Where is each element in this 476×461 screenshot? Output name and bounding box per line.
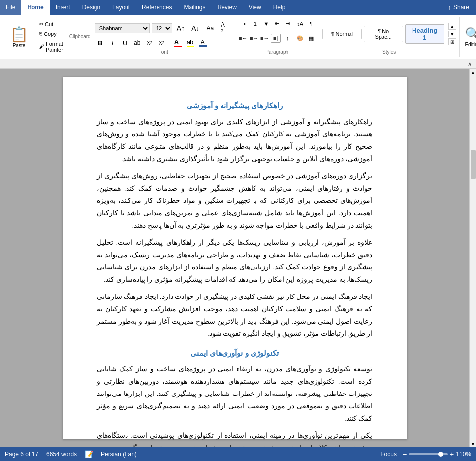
focus-button[interactable]: Focus (381, 451, 397, 458)
change-case-button[interactable]: Aa (204, 23, 217, 33)
share-button[interactable]: ↑ Share (441, 0, 476, 15)
paste-button[interactable]: 📋 Paste (6, 19, 32, 55)
collapse-ruler-button[interactable]: ∧ (467, 60, 472, 68)
paragraph-5: توسعه تکنولوژی و نوآوری‌های مدرن، به ارت… (97, 363, 373, 425)
underline-button[interactable]: U (120, 37, 130, 48)
clear-format-icon: A (221, 21, 225, 28)
decrease-indent-button[interactable]: ⇤ (272, 19, 282, 28)
paragraph-6: یکی از مهم‌ترین نوآوری‌ها در زمینه ایمنی… (97, 430, 373, 447)
divider (294, 34, 294, 42)
zoom-thumb[interactable] (438, 452, 443, 457)
text-color-button[interactable]: A (173, 37, 184, 48)
document-area: راهکارهای پیشگیرانه و آموزشی راهکارهای پ… (0, 69, 476, 447)
scroll-down-button[interactable]: ▼ (470, 440, 476, 447)
scroll-up-button[interactable]: ▲ (470, 69, 476, 76)
tab-view[interactable]: View (243, 0, 267, 15)
document-page: راهکارهای پیشگیرانه و آموزشی راهکارهای پ… (63, 77, 407, 439)
styles-more-button[interactable]: ⊞ (448, 38, 456, 45)
status-right: Focus − + 110% (381, 450, 471, 458)
strikethrough-button[interactable]: ab (132, 37, 143, 48)
paragraph-row1: ≡• ≡1 ≡▼ ⇤ ⇥ ↕A ¶ (238, 19, 316, 28)
font-family-row: Shabnam 12 A↑ A↓ Aa A ✕ (95, 19, 232, 37)
font-size-select[interactable]: 12 (152, 23, 172, 33)
paragraph-group: ≡• ≡1 ≡▼ ⇤ ⇥ ↕A ¶ ≡← ≡↔ ≡→ ≡| ↕ 🎨 ▦ Para… (235, 17, 319, 57)
word-count: 6654 words (46, 451, 77, 458)
highlight-color-button[interactable]: ab (185, 37, 196, 48)
border-button[interactable]: ▦ (306, 34, 316, 43)
shading-button[interactable]: A (197, 37, 208, 48)
share-icon: ↑ (448, 4, 451, 11)
shading-para-button[interactable]: 🎨 (295, 34, 305, 43)
paragraph-row2: ≡← ≡↔ ≡→ ≡| ↕ 🎨 ▦ (238, 34, 316, 43)
text-color-icon: A (174, 39, 182, 47)
font-group: Shabnam 12 A↑ A↓ Aa A ✕ B I U ab X2 X2 A (92, 17, 235, 57)
bullets-button[interactable]: ≡• (238, 19, 248, 28)
zoom-out-icon[interactable]: − (403, 450, 407, 458)
line-spacing-button[interactable]: ↕ (283, 34, 293, 43)
subscript-button[interactable]: X2 (144, 37, 155, 48)
numbering-button[interactable]: ≡1 (249, 19, 259, 28)
show-formatting-button[interactable]: ¶ (306, 19, 316, 28)
clipboard-label-bottom: Clipboard (68, 34, 92, 39)
clear-format-button[interactable]: A ✕ (218, 19, 231, 37)
align-right-button[interactable]: ≡→ (260, 34, 270, 43)
format-painter-button[interactable]: 🖌 Format Painter (37, 40, 65, 54)
superscript-button[interactable]: X2 (157, 37, 167, 48)
page-info: Page 6 of 17 (5, 451, 38, 458)
styles-scroll-up-button[interactable]: ▲ (448, 23, 456, 30)
align-left-button[interactable]: ≡← (238, 34, 248, 43)
tab-mailings[interactable]: Mailings (178, 0, 211, 15)
copy-icon: ⎘ (39, 31, 42, 36)
decrease-font-size-button[interactable]: A↓ (189, 23, 202, 33)
styles-list: ¶ Normal ¶ No Spac... Heading 1 (322, 24, 444, 44)
cut-label: Cut (45, 21, 53, 27)
style-no-spacing[interactable]: ¶ No Spac... (364, 26, 403, 42)
vertical-scrollbar[interactable]: ▲ ▼ (469, 69, 476, 447)
paragraph-3: علاوه بر آموزش، ارزیابی و شناسایی ریسک‌ه… (97, 237, 373, 286)
cut-button[interactable]: ✂ Cut (37, 20, 65, 28)
tab-help[interactable]: Help (267, 0, 291, 15)
tab-layout[interactable]: Layout (106, 0, 136, 15)
section-heading-1: راهکارهای پیشگیرانه و آموزشی (97, 101, 373, 110)
italic-button[interactable]: I (107, 37, 118, 48)
scroll-thumb[interactable] (471, 150, 476, 179)
styles-scroll-buttons: ▲ ▼ ⊞ (448, 23, 456, 45)
paragraph-2: برگزاری دوره‌های آموزشی در خصوص استفاده … (97, 170, 373, 232)
style-heading1-label: Heading 1 (411, 27, 439, 41)
copy-button[interactable]: ⎘ Copy (37, 30, 65, 38)
align-center-button[interactable]: ≡↔ (249, 34, 259, 43)
tab-references[interactable]: References (136, 0, 178, 15)
styles-scroll-down-button[interactable]: ▼ (448, 31, 456, 37)
multilevel-button[interactable]: ≡▼ (260, 19, 270, 28)
find-button[interactable]: 🔍 Editing (465, 27, 476, 47)
tab-file[interactable]: File (0, 0, 21, 15)
ribbon-tabs: File Home Insert Design Layout Reference… (0, 0, 476, 15)
tab-home[interactable]: Home (21, 0, 49, 15)
zoom-slider[interactable] (409, 453, 448, 455)
bold-button[interactable]: B (95, 37, 106, 48)
search-icon: 🔍 (465, 27, 476, 42)
font-group-label: Font (95, 49, 232, 55)
document-scroll-container[interactable]: راهکارهای پیشگیرانه و آموزشی راهکارهای پ… (0, 69, 469, 447)
style-normal[interactable]: ¶ Normal (322, 29, 362, 39)
style-heading1[interactable]: Heading 1 (405, 24, 444, 44)
tab-design[interactable]: Design (76, 0, 106, 15)
increase-indent-button[interactable]: ⇥ (283, 19, 293, 28)
scroll-track[interactable] (470, 76, 476, 440)
ribbon-tab-bar: File Home Insert Design Layout Reference… (0, 0, 476, 15)
zoom-in-icon[interactable]: + (450, 450, 454, 458)
font-family-select[interactable]: Shabnam (95, 23, 150, 33)
tab-insert[interactable]: Insert (50, 0, 76, 15)
divider (271, 20, 271, 28)
style-normal-label: ¶ Normal (328, 31, 356, 37)
increase-font-size-button[interactable]: A↑ (174, 23, 187, 33)
editing-group: 🔍 Editing (459, 17, 476, 57)
styles-group-label: Styles (322, 49, 456, 55)
style-no-spacing-label: ¶ No Spac... (369, 28, 398, 40)
justify-button[interactable]: ≡| (271, 34, 281, 43)
zoom-controls: − + 110% (403, 450, 471, 458)
share-label: Share (453, 4, 469, 11)
divider (294, 20, 294, 28)
sort-button[interactable]: ↕A (295, 19, 305, 28)
tab-review[interactable]: Review (211, 0, 242, 15)
